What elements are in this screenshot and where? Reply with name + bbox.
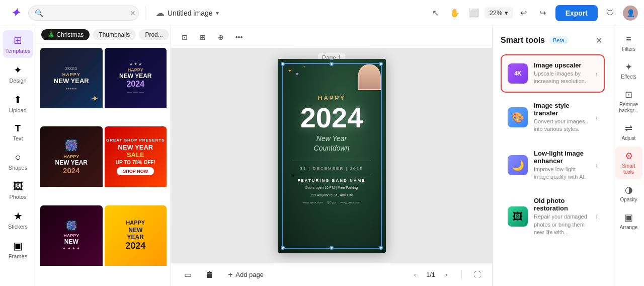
add-page-button[interactable]: + Add page	[223, 267, 269, 282]
zoom-control[interactable]: 22% ▾	[485, 7, 513, 19]
tool-item-photo-restoration[interactable]: 🖼 Old photo restoration Repair your dama…	[501, 190, 605, 243]
stickers-icon: ★	[14, 210, 23, 222]
shield-icon[interactable]: 🛡	[602, 5, 619, 22]
add-page-label: Add page	[235, 271, 264, 278]
sidebar-item-photos[interactable]: 🖼 Photos	[3, 177, 33, 204]
grid-tool-button[interactable]: ⊞	[195, 30, 210, 45]
delete-page-button[interactable]: 🗑	[201, 267, 219, 282]
doc-chevron-icon[interactable]: ▾	[216, 10, 219, 17]
category-chips: 🎄 Christmas Thumbnails Prod...	[36, 26, 171, 44]
user-avatar[interactable]: 👤	[623, 6, 638, 21]
category-chip-thumbnails[interactable]: Thumbnails	[93, 29, 136, 40]
crop-tool-button[interactable]: ⊡	[177, 30, 192, 45]
right-item-arrange[interactable]: ▣ Arrange	[615, 208, 642, 235]
more-options-button[interactable]: •••	[231, 30, 247, 45]
canvas-content: Page 1 ✦ ✦ ★ ✦ ✦ HAPPY 2024 New Year	[171, 48, 492, 263]
next-page-button[interactable]: ›	[439, 268, 453, 282]
right-item-label: Smart tools	[617, 163, 640, 175]
right-item-remove-bg[interactable]: ⊡ Remove backgr...	[615, 85, 642, 118]
smart-tools-title: Smart tools	[501, 36, 545, 45]
right-item-effects[interactable]: ✦ Effects	[615, 57, 642, 84]
redo-button[interactable]: ↪	[534, 5, 551, 22]
design-subtitle: New Year Countdown	[314, 134, 350, 154]
fullscreen-button[interactable]: ⛶	[470, 268, 484, 282]
template-card[interactable]: 🎆 HAPPY NEW ✦ ✦ ✦ ✦	[40, 205, 103, 282]
person-image	[358, 64, 381, 90]
subtitle-line2: Countdown	[314, 144, 350, 154]
search-input[interactable]: new year templates	[46, 9, 127, 17]
app-logo: ✦	[6, 4, 24, 22]
shapes-icon: ○	[15, 152, 21, 163]
filters-icon: ≡	[626, 34, 631, 45]
sidebar-item-upload[interactable]: ⬆ Upload	[3, 90, 33, 117]
right-sidebar: ≡ Filters ✦ Effects ⊡ Remove backgr... ⇌…	[613, 26, 644, 286]
right-item-smart-tools[interactable]: ⚙ Smart tools	[615, 147, 642, 179]
smart-tools-close-button[interactable]: ✕	[593, 34, 605, 46]
category-chip-products[interactable]: Prod...	[139, 29, 169, 40]
design-detail2: 123 Anywhere St., Any City	[310, 192, 353, 198]
tool-item-low-light[interactable]: 🌙 Low-light image enhancer Improve low-l…	[501, 142, 605, 188]
sidebar-item-frames[interactable]: ▣ Frames	[3, 236, 33, 263]
document-title: Untitled image	[168, 9, 213, 17]
template-card[interactable]: GREAT SHOP PRESENTS NEW YEAR SALE UP TO …	[105, 126, 167, 203]
search-box: 🔍 new year templates ✕	[28, 6, 139, 21]
position-tool-button[interactable]: ⊕	[213, 30, 228, 45]
sidebar-item-stickers[interactable]: ★ Stickers	[3, 206, 33, 234]
photos-icon: 🖼	[13, 181, 23, 192]
frame-tool-button[interactable]: ⬜	[465, 5, 482, 22]
effects-icon: ✦	[625, 61, 632, 73]
template-card[interactable]: ★ ★ ★ HAPPY NEW YEAR 2024 ── ── ──	[105, 48, 167, 124]
sidebar-item-label: Design	[9, 78, 26, 84]
sidebar-item-templates[interactable]: ⊞ Templates	[3, 30, 33, 58]
sidebar-item-label: Shapes	[9, 165, 27, 171]
tool-item-style-transfer[interactable]: 🎨 Image style transfer Convert your imag…	[501, 95, 605, 140]
tool-item-image-upscaler[interactable]: 4K Image upscaler Upscale images by incr…	[501, 54, 605, 93]
present-button[interactable]: ▭	[179, 267, 197, 282]
hand-tool-button[interactable]: ✋	[446, 5, 463, 22]
select-tool-button[interactable]: ↖	[427, 5, 444, 22]
design-band-name: FEATURING BAND NAME	[292, 175, 371, 183]
style-transfer-icon: 🎨	[508, 107, 528, 127]
right-item-adjust[interactable]: ⇌ Adjust	[615, 119, 642, 146]
footer-text3: www.canx.com	[341, 201, 361, 204]
canvas-area: ⊡ ⊞ ⊕ ••• Page 1 ✦ ✦ ★ ✦ ✦ HAPPY	[171, 26, 492, 286]
design-icon: ✦	[14, 64, 22, 76]
divider	[461, 270, 462, 280]
category-chip-christmas[interactable]: 🎄 Christmas	[41, 29, 90, 40]
search-icon: 🔍	[35, 9, 43, 17]
sidebar-item-text[interactable]: T Text	[3, 119, 33, 146]
export-button[interactable]: Export	[555, 5, 598, 21]
sidebar-item-design[interactable]: ✦ Design	[3, 60, 33, 88]
templates-panel: 🎄 Christmas Thumbnails Prod... 2024 HAPP…	[36, 26, 171, 286]
undo-button[interactable]: ↩	[515, 5, 532, 22]
right-item-label: Effects	[621, 74, 636, 80]
sidebar-item-shapes[interactable]: ○ Shapes	[3, 148, 33, 175]
prev-page-button[interactable]: ‹	[408, 268, 422, 282]
tool-name-style-transfer: Image style transfer	[534, 102, 589, 117]
zoom-value: 22%	[490, 9, 503, 17]
design-footer: www.canx.com QC/put www.canx.com	[302, 201, 360, 204]
main-layout: ⊞ Templates ✦ Design ⬆ Upload T Text ○ S…	[0, 26, 644, 286]
tool-desc-style-transfer: Convert your images into various styles.	[534, 118, 589, 133]
smart-tools-panel: Smart tools Beta ✕ 4K Image upscaler Ups…	[492, 26, 613, 286]
sidebar-item-label: Templates	[5, 48, 30, 54]
template-card[interactable]: 🎆 HAPPY NEW YEAR 2024	[40, 126, 103, 203]
sidebar-item-label: Text	[13, 135, 23, 141]
design-canvas[interactable]: ✦ ✦ ★ ✦ ✦ HAPPY 2024 New Year Countdown …	[278, 59, 386, 253]
arrange-icon: ▣	[624, 212, 633, 223]
toolbar-tools: ↖ ✋ ⬜ 22% ▾ ↩ ↪	[427, 5, 551, 22]
clear-search-button[interactable]: ✕	[130, 9, 136, 17]
low-light-icon: 🌙	[508, 155, 528, 175]
template-card[interactable]: HAPPY NEW YEAR 2024	[105, 205, 167, 282]
design-dates: 31 | DECEMBER | 2023	[300, 166, 363, 171]
tool-desc-upscaler: Upscale images by increasing resolution.	[534, 70, 589, 86]
tool-info-style-transfer: Image style transfer Convert your images…	[534, 102, 589, 133]
divider-line	[292, 161, 371, 161]
sidebar-item-label: Photos	[9, 194, 26, 200]
right-item-filters[interactable]: ≡ Filters	[615, 30, 642, 56]
tool-name-low-light: Low-light image enhancer	[534, 150, 589, 165]
right-item-opacity[interactable]: ◑ Opacity	[615, 180, 642, 207]
text-icon: T	[15, 123, 21, 134]
tool-desc-photo-restoration: Repair your damaged photos or bring them…	[534, 213, 589, 236]
template-card[interactable]: 2024 HAPPY NEW YEAR ♦♦♦♦♦♦ ✦	[40, 48, 103, 124]
